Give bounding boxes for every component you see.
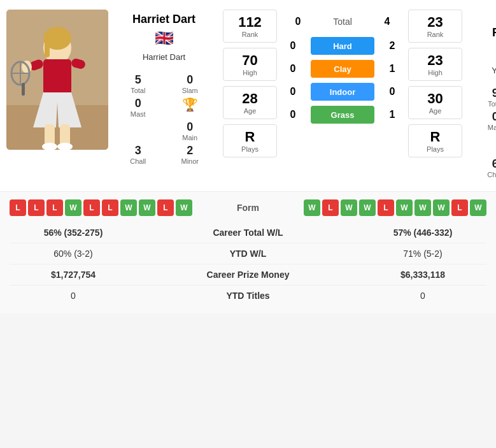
left-middle-stats: 112 Rank 70 High 28 Age R Plays (220, 10, 280, 182)
left-mast-label: Mast (131, 110, 146, 118)
right-total-value: 9 (492, 87, 496, 100)
surface-button[interactable]: Hard (311, 37, 374, 55)
svg-rect-17 (22, 83, 25, 96)
left-silhouette (6, 10, 108, 150)
left-chall-label: Chall (130, 157, 146, 165)
right-player-name-header: YuliaPutintseva (492, 13, 496, 40)
left-player-info: Harriet Dart 🇬🇧 Harriet Dart 5 Total 0 S… (108, 10, 220, 182)
comparison-label: Career Total W/L (191, 228, 306, 238)
right-high-box: 23 High (408, 48, 462, 81)
left-age-label: Age (226, 107, 274, 115)
form-badge: W (415, 199, 431, 216)
surface-left-score: 0 (280, 40, 306, 52)
right-chall-value: 6 (492, 157, 496, 171)
right-chall-stat: 6 Chall (472, 157, 496, 178)
surface-button[interactable]: Grass (311, 106, 374, 124)
left-high-label: High (226, 69, 274, 76)
comparison-row: 0 YTD Titles 0 (10, 285, 486, 306)
left-minor-stat: 2 Minor (167, 144, 214, 165)
left-flag: 🇬🇧 (155, 29, 174, 47)
form-badge: W (470, 199, 486, 216)
left-minor-value: 2 (187, 144, 193, 157)
right-middle-stats: 23 Rank 23 High 30 Age R Plays (405, 10, 465, 182)
comparison-left-value: 0 (10, 291, 137, 301)
surface-left-score: 0 (280, 86, 306, 98)
right-player-info: YuliaPutintseva 🌟 Yulia Putintseva 9 Tot… (465, 10, 496, 182)
right-high-label: High (411, 69, 459, 76)
right-high-value: 23 (411, 52, 459, 69)
main-container: Harriet Dart 🇬🇧 Harriet Dart 5 Total 0 S… (0, 0, 496, 314)
form-badge: L (322, 199, 339, 216)
right-age-box: 30 Age (408, 86, 462, 119)
total-label: Total (311, 17, 374, 27)
surface-right-score: 0 (379, 86, 405, 98)
left-chall-stat: 3 Chall (115, 144, 162, 165)
right-mast-stat: 0 Mast (472, 110, 496, 131)
right-total-label: Total (488, 100, 496, 108)
left-rank-value: 112 (226, 14, 274, 31)
left-mast-value: 0 (135, 97, 141, 110)
comparison-right-value: $6,333,118 (359, 270, 486, 280)
left-player-photo (6, 10, 108, 150)
left-chall-value: 3 (135, 144, 141, 157)
surface-score-row: 0 Clay 1 (280, 60, 405, 78)
left-age-box: 28 Age (223, 86, 277, 119)
form-badge: W (341, 199, 357, 216)
comparison-left-value: 60% (3-2) (10, 249, 137, 259)
surface-right-score: 1 (379, 63, 405, 75)
left-trophy: 🏆 (167, 97, 214, 118)
comparison-row: 56% (352-275) Career Total W/L 57% (446-… (10, 222, 486, 243)
left-plays-box: R Plays (223, 124, 277, 157)
form-row: LLLWLLWWLW Form WLWWLWWWLW (10, 199, 486, 216)
surface-right-score: 2 (379, 40, 405, 52)
form-badge: W (359, 199, 376, 216)
comparison-left-value: 56% (352-275) (10, 228, 137, 238)
svg-rect-1 (6, 105, 108, 150)
left-slam-value: 0 (187, 73, 193, 87)
form-badge: L (102, 199, 118, 216)
left-main-label: Main (182, 134, 197, 141)
right-age-label: Age (411, 107, 459, 115)
left-total-stat: 5 Total (115, 73, 162, 94)
left-total-value: 5 (135, 73, 141, 87)
comparison-label: Career Prize Money (191, 270, 306, 280)
total-score-row: 0 Total 4 (285, 16, 400, 27)
right-chall-label: Chall (487, 171, 496, 178)
left-rank-label: Rank (226, 31, 274, 38)
form-badge: L (28, 199, 45, 216)
right-rank-value: 23 (411, 14, 459, 31)
comparison-row: 60% (3-2) YTD W/L 71% (5-2) (10, 243, 486, 264)
left-stats-grid: 5 Total 0 Slam 0 Mast 🏆 (115, 73, 213, 165)
left-high-box: 70 High (223, 48, 277, 81)
left-mast-stat: 0 Mast (115, 97, 162, 118)
left-total-label: Total (131, 87, 145, 94)
surface-score-row: 0 Grass 1 (280, 106, 405, 124)
left-slam-stat: 0 Slam (167, 73, 214, 94)
form-badge: L (46, 199, 63, 216)
left-minor-label: Minor (181, 157, 199, 165)
comparison-right-value: 71% (5-2) (359, 249, 486, 259)
form-label: Form (223, 203, 274, 213)
comparison-left-value: $1,727,754 (10, 270, 137, 280)
form-badge: W (139, 199, 155, 216)
comparison-right-value: 57% (446-332) (359, 228, 486, 238)
comparison-row: $1,727,754 Career Prize Money $6,333,118 (10, 264, 486, 285)
surface-button[interactable]: Clay (311, 60, 374, 78)
left-plays-value: R (226, 129, 274, 145)
left-player-name-header: Harriet Dart (132, 13, 195, 26)
surface-score-row: 0 Hard 2 (280, 37, 405, 55)
right-form-badges: WLWWLWWWLW (304, 199, 486, 216)
right-mast2-stat (472, 134, 496, 155)
right-stats-grid: 9 Total 0 Slam 0 Mast 🏆 3 (472, 87, 496, 178)
surface-button[interactable]: Indoor (311, 83, 374, 101)
form-badge: W (65, 199, 81, 216)
comparison-rows: 56% (352-275) Career Total W/L 57% (446-… (10, 222, 486, 306)
form-badge: W (120, 199, 137, 216)
left-rank-box: 112 Rank (223, 10, 277, 43)
surface-score-row: 0 Indoor 0 (280, 83, 405, 101)
form-badge: W (304, 199, 320, 216)
svg-rect-6 (43, 59, 71, 94)
left-high-value: 70 (226, 52, 274, 69)
left-mast2-stat (115, 120, 162, 141)
form-badge: W (433, 199, 450, 216)
